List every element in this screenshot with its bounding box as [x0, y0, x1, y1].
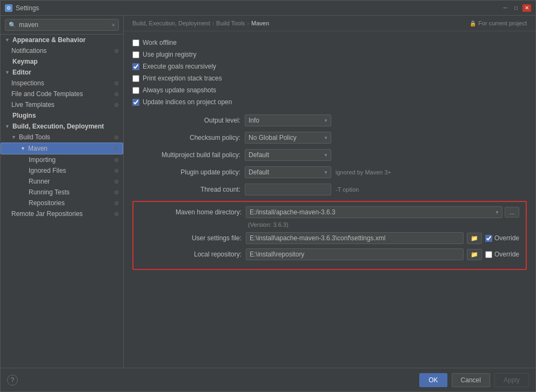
- for-current-project-label: For current project: [478, 20, 527, 26]
- plugin-update-label: Plugin update policy:: [132, 168, 240, 176]
- close-button[interactable]: ✕: [522, 4, 531, 12]
- user-settings-override-checkbox[interactable]: [485, 235, 492, 242]
- sidebar-item-running-tests[interactable]: Running Tests ⚙: [1, 187, 123, 198]
- for-current-project: 🔒 For current project: [470, 20, 527, 26]
- local-repo-input[interactable]: [246, 248, 464, 260]
- checkbox-plugin-registry-input[interactable]: [132, 51, 139, 58]
- settings-icon-runner: ⚙: [114, 179, 119, 185]
- checksum-label: Checksum policy:: [132, 134, 240, 141]
- sidebar-item-build-label: Build, Execution, Deployment: [12, 123, 104, 130]
- sidebar-item-runner[interactable]: Runner ⚙: [1, 176, 123, 187]
- checkbox-update-indices-input[interactable]: [132, 99, 139, 106]
- maven-home-row: Maven home directory: E:/install/apache-…: [140, 206, 519, 218]
- plugin-update-note: ignored by Maven 3+: [336, 169, 391, 175]
- form-row-multiproject: Multiproject build fail policy: Default …: [132, 149, 527, 161]
- sidebar-item-editor[interactable]: Editor: [1, 67, 123, 78]
- settings-icon-build-tools: ⚙: [114, 134, 119, 140]
- search-input[interactable]: [19, 21, 109, 29]
- breadcrumb-part-1: Build, Execution, Deployment: [132, 20, 210, 26]
- sidebar: 🔍 × Appearance & Behavior Notifications …: [1, 16, 124, 368]
- sidebar-item-maven-label: Maven: [28, 145, 48, 152]
- settings-window: ⚙ Settings ─ □ ✕ 🔍 ×: [0, 0, 536, 392]
- breadcrumb: Build, Execution, Deployment › Build Too…: [124, 16, 535, 31]
- local-repo-row: Local repository: 📁 Override: [140, 248, 519, 260]
- sidebar-item-build[interactable]: Build, Execution, Deployment: [1, 121, 123, 132]
- user-settings-browse-button[interactable]: 📁: [467, 233, 482, 244]
- sidebar-item-editor-label: Editor: [12, 69, 31, 76]
- checkbox-work-offline-input[interactable]: [132, 39, 139, 46]
- checkbox-work-offline-label: Work offline: [143, 39, 177, 46]
- search-box: 🔍 ×: [1, 16, 123, 35]
- maven-home-input-wrapper: E:/install/apache-maven-3.6.3 Bundled (M…: [246, 206, 519, 218]
- settings-icon-importing: ⚙: [114, 157, 119, 163]
- checkbox-update-indices-label: Update indices on project open: [143, 98, 232, 106]
- maven-home-select[interactable]: E:/install/apache-maven-3.6.3 Bundled (M…: [246, 206, 502, 218]
- checkbox-always-update: Always update snapshots: [132, 86, 527, 94]
- local-repo-browse-button[interactable]: 📁: [467, 249, 482, 260]
- checkbox-print-exceptions-input[interactable]: [132, 75, 139, 82]
- sidebar-item-inspections[interactable]: Inspections ⚙: [1, 78, 123, 89]
- local-repo-override-wrapper: Override: [485, 251, 519, 258]
- sidebar-item-maven[interactable]: Maven ⚙: [1, 143, 123, 154]
- thread-count-input[interactable]: [245, 184, 331, 195]
- sidebar-item-live-templates[interactable]: Live Templates ⚙: [1, 99, 123, 110]
- sidebar-item-appearance[interactable]: Appearance & Behavior: [1, 35, 123, 45]
- settings-icon-running-tests: ⚙: [114, 190, 119, 195]
- sidebar-item-remote-jar[interactable]: Remote Jar Repositories ⚙: [1, 208, 123, 219]
- local-repo-override-label: Override: [494, 251, 519, 258]
- minimize-button[interactable]: ─: [501, 4, 510, 12]
- sidebar-item-repositories[interactable]: Repositories ⚙: [1, 198, 123, 208]
- sidebar-item-file-templates-label: File and Code Templates: [11, 90, 83, 98]
- checkbox-execute-goals-input[interactable]: [132, 63, 139, 70]
- checkbox-print-exceptions: Print exception stack traces: [132, 75, 527, 82]
- settings-app-icon: ⚙: [5, 4, 12, 12]
- sidebar-item-file-templates[interactable]: File and Code Templates ⚙: [1, 89, 123, 99]
- ok-button[interactable]: OK: [419, 373, 447, 387]
- sidebar-item-plugins[interactable]: Plugins: [1, 110, 123, 121]
- output-level-select-wrapper: Info Debug Quiet ▼: [245, 114, 331, 126]
- output-level-select[interactable]: Info Debug Quiet: [245, 114, 331, 126]
- plugin-update-select[interactable]: Default Always Never: [245, 166, 331, 178]
- local-repo-override-checkbox[interactable]: [485, 251, 492, 258]
- checkbox-always-update-input[interactable]: [132, 87, 139, 94]
- user-settings-row: User settings file: 📁 Override: [140, 232, 519, 244]
- sidebar-tree: Appearance & Behavior Notifications ⚙ Ke…: [1, 35, 123, 219]
- settings-icon-ignored-files: ⚙: [114, 168, 119, 174]
- bottom-buttons: OK Cancel Apply: [419, 373, 529, 387]
- arrow-appearance: [5, 37, 10, 43]
- main-content: 🔍 × Appearance & Behavior Notifications …: [1, 16, 535, 368]
- title-bar-left: ⚙ Settings: [5, 4, 39, 12]
- panel-content: Work offline Use plugin registry Execute…: [124, 31, 535, 368]
- checkbox-update-indices: Update indices on project open: [132, 98, 527, 106]
- sidebar-item-keymap[interactable]: Keymap: [1, 56, 123, 67]
- sidebar-item-importing[interactable]: Importing ⚙: [1, 154, 123, 165]
- breadcrumb-sep-2: ›: [247, 20, 249, 26]
- maven-home-browse-button[interactable]: ...: [505, 207, 519, 218]
- title-bar-controls: ─ □ ✕: [501, 4, 531, 12]
- sidebar-item-plugins-label: Plugins: [12, 112, 36, 119]
- settings-icon-inspections: ⚙: [114, 80, 119, 86]
- search-clear-button[interactable]: ×: [112, 22, 115, 28]
- current-project-icon: 🔒: [470, 21, 476, 26]
- checkbox-print-exceptions-label: Print exception stack traces: [143, 75, 222, 82]
- multiproject-select[interactable]: Default Continue AtEnd Never: [245, 149, 331, 161]
- checksum-select[interactable]: No Global Policy Strict Lax Ignore: [245, 132, 331, 144]
- sidebar-item-ignored-files[interactable]: Ignored Files ⚙: [1, 165, 123, 176]
- checkbox-plugin-registry-label: Use plugin registry: [143, 51, 196, 58]
- local-repo-input-wrapper: 📁 Override: [246, 248, 519, 260]
- maven-home-label: Maven home directory:: [140, 208, 242, 216]
- sidebar-item-runner-label: Runner: [29, 178, 50, 185]
- right-panel: Build, Execution, Deployment › Build Too…: [124, 16, 535, 368]
- cancel-button[interactable]: Cancel: [452, 373, 490, 387]
- breadcrumb-part-2: Build Tools: [216, 20, 245, 26]
- maximize-button[interactable]: □: [512, 4, 520, 12]
- title-bar-title: Settings: [16, 4, 39, 12]
- sidebar-item-repositories-label: Repositories: [29, 199, 65, 207]
- sidebar-item-notifications[interactable]: Notifications ⚙: [1, 45, 123, 56]
- sidebar-item-running-tests-label: Running Tests: [29, 188, 70, 196]
- apply-button[interactable]: Apply: [494, 373, 529, 387]
- help-button[interactable]: ?: [7, 375, 18, 386]
- user-settings-input[interactable]: [246, 232, 464, 244]
- sidebar-item-build-tools[interactable]: Build Tools ⚙: [1, 132, 123, 143]
- search-icon: 🔍: [9, 22, 16, 29]
